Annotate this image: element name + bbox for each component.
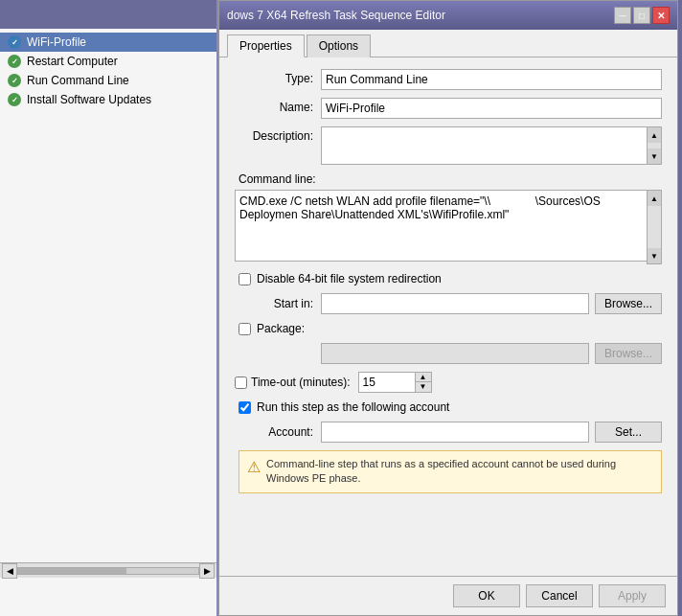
form-content: Type: Name: Description: ▲ ▼ Command lin…	[219, 57, 677, 505]
set-button[interactable]: Set...	[595, 422, 662, 443]
start-in-label: Start in:	[235, 297, 321, 310]
disable-64bit-label: Disable 64-bit file system redirection	[257, 272, 442, 285]
sidebar-item-install-software-updates[interactable]: ✓ Install Software Updates	[0, 90, 216, 109]
ok-button[interactable]: OK	[453, 584, 520, 607]
run-cmd-icon: ✓	[8, 74, 21, 87]
minimize-button[interactable]: ─	[614, 7, 631, 24]
tab-options[interactable]: Options	[307, 34, 371, 57]
sidebar-scrollbar[interactable]: ◀ ▶	[0, 562, 216, 578]
maximize-button[interactable]: □	[633, 7, 650, 24]
warning-icon: ⚠	[247, 458, 261, 476]
cmdline-scroll-down[interactable]: ▼	[648, 248, 661, 263]
start-in-input[interactable]	[321, 293, 589, 314]
description-wrapper: ▲ ▼	[321, 126, 662, 165]
disable-64bit-row: Disable 64-bit file system redirection	[239, 272, 662, 285]
timeout-checkbox[interactable]	[235, 376, 247, 389]
timeout-row: Time-out (minutes): ▲ ▼	[235, 372, 662, 393]
scrollbar-track[interactable]	[17, 567, 199, 575]
timeout-increment-btn[interactable]: ▲	[416, 373, 431, 382]
run-as-checkbox[interactable]	[239, 401, 251, 414]
description-textarea[interactable]	[321, 126, 647, 165]
title-bar-buttons: ─ □ ✕	[614, 7, 670, 24]
sidebar-item-run-command-line[interactable]: ✓ Run Command Line	[0, 71, 216, 90]
footer: OK Cancel Apply	[219, 576, 677, 615]
sidebar-item-wifi-profile[interactable]: ✓ WiFi-Profile	[0, 33, 216, 52]
sidebar-item-label: Install Software Updates	[27, 93, 151, 106]
sidebar-item-label: Run Command Line	[27, 74, 129, 87]
scroll-right-btn[interactable]: ▶	[199, 563, 215, 579]
tab-properties[interactable]: Properties	[227, 34, 305, 57]
package-input[interactable]	[321, 343, 589, 364]
tab-bar: Properties Options	[219, 30, 677, 57]
timeout-spinner: ▲ ▼	[358, 372, 432, 393]
package-row: Package:	[239, 322, 662, 335]
cmdline-vscroll[interactable]: ▲ ▼	[647, 190, 662, 264]
warning-box: ⚠ Command-line step that runs as a speci…	[239, 450, 662, 493]
timeout-input[interactable]	[358, 372, 416, 393]
name-label: Name:	[235, 98, 321, 114]
cmdline-textarea[interactable]	[235, 190, 647, 262]
window-title: dows 7 X64 Refresh Task Sequence Editor	[227, 9, 445, 22]
timeout-decrement-btn[interactable]: ▼	[416, 382, 431, 392]
package-input-row: Browse...	[239, 343, 662, 364]
package-browse-button[interactable]: Browse...	[595, 343, 662, 364]
title-bar: dows 7 X64 Refresh Task Sequence Editor …	[219, 1, 677, 30]
cmdline-section-label: Command line:	[239, 172, 662, 186]
vscroll-down-btn[interactable]: ▼	[648, 148, 661, 164]
type-input[interactable]	[321, 69, 662, 90]
apply-button[interactable]: Apply	[599, 584, 666, 607]
sidebar-item-restart-computer[interactable]: ✓ Restart Computer	[0, 52, 216, 71]
sidebar-content: ✓ WiFi-Profile ✓ Restart Computer ✓ Run …	[0, 29, 216, 113]
restart-icon: ✓	[8, 55, 21, 68]
name-row: Name:	[235, 98, 662, 119]
sidebar-item-label: Restart Computer	[27, 55, 118, 68]
package-checkbox[interactable]	[239, 323, 251, 335]
name-input[interactable]	[321, 98, 662, 119]
account-row: Account: Set...	[235, 422, 662, 443]
close-button[interactable]: ✕	[652, 7, 670, 24]
description-vscroll[interactable]: ▲ ▼	[647, 126, 662, 165]
warning-text: Command-line step that runs as a specifi…	[266, 457, 653, 487]
wifi-profile-icon: ✓	[8, 35, 21, 49]
type-label: Type:	[235, 69, 321, 85]
sidebar-item-label: WiFi-Profile	[27, 35, 86, 49]
vscroll-up-btn[interactable]: ▲	[648, 127, 661, 143]
cancel-button[interactable]: Cancel	[526, 584, 593, 607]
type-row: Type:	[235, 69, 662, 90]
sidebar-header	[0, 0, 216, 29]
scroll-left-btn[interactable]: ◀	[2, 563, 17, 579]
account-label: Account:	[235, 425, 321, 439]
main-window: dows 7 X64 Refresh Task Sequence Editor …	[218, 0, 678, 616]
run-as-label: Run this step as the following account	[257, 400, 449, 414]
description-row: Description: ▲ ▼	[235, 126, 662, 165]
timeout-spinner-buttons: ▲ ▼	[416, 372, 432, 393]
description-label: Description:	[235, 126, 321, 143]
account-input[interactable]	[321, 422, 589, 443]
cmdline-scroll-up[interactable]: ▲	[648, 191, 661, 206]
start-in-row: Start in: Browse...	[235, 293, 662, 314]
cmdline-wrapper: ▲ ▼	[235, 190, 662, 264]
run-as-row: Run this step as the following account	[239, 400, 662, 414]
sidebar: ✓ WiFi-Profile ✓ Restart Computer ✓ Run …	[0, 0, 218, 616]
package-label: Package:	[257, 322, 305, 335]
package-section: Package: Browse...	[235, 322, 662, 364]
scrollbar-thumb	[18, 568, 126, 574]
disable-64bit-checkbox[interactable]	[239, 273, 251, 285]
install-updates-icon: ✓	[8, 93, 21, 106]
start-in-browse-button[interactable]: Browse...	[595, 293, 662, 314]
timeout-label: Time-out (minutes):	[251, 376, 351, 389]
